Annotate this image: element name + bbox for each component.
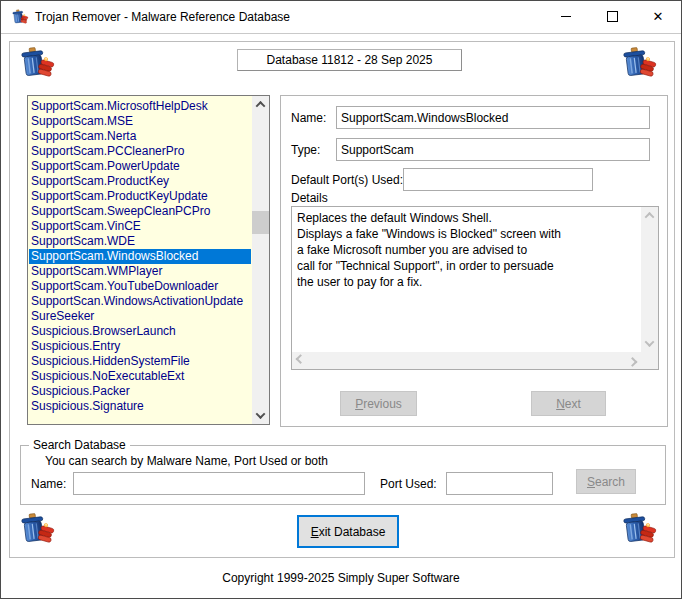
chevron-down-icon bbox=[645, 337, 655, 347]
port-used-field[interactable] bbox=[446, 472, 553, 495]
scroll-thumb[interactable] bbox=[252, 211, 269, 234]
list-item[interactable]: SupportScam.PowerUpdate bbox=[29, 159, 251, 174]
close-button[interactable]: ✕ bbox=[635, 1, 681, 32]
trojan-remover-logo-icon bbox=[18, 46, 56, 80]
scroll-left-button[interactable] bbox=[292, 352, 309, 369]
list-item[interactable]: SupportScam.WindowsBlocked bbox=[29, 249, 251, 264]
malware-listbox[interactable]: SupportScam.MicrosoftHelpDeskSupportScam… bbox=[27, 95, 270, 425]
search-button[interactable]: Search bbox=[576, 469, 636, 494]
scroll-up-button[interactable] bbox=[641, 207, 658, 224]
list-item[interactable]: SupportScam.MicrosoftHelpDesk bbox=[29, 99, 251, 114]
titlebar: Trojan Remover - Malware Reference Datab… bbox=[1, 1, 681, 34]
scroll-down-button[interactable] bbox=[252, 407, 269, 424]
copyright-text: Copyright 1999-2025 Simply Super Softwar… bbox=[1, 571, 681, 585]
port-used-label: Port Used: bbox=[380, 477, 437, 491]
default-ports-field[interactable] bbox=[403, 168, 593, 191]
details-vertical-scrollbar[interactable] bbox=[641, 207, 658, 352]
name-label: Name: bbox=[291, 111, 326, 125]
list-item[interactable]: SupportScam.SweepCleanPCPro bbox=[29, 204, 251, 219]
trojan-remover-logo-icon bbox=[620, 46, 658, 80]
app-window: Trojan Remover - Malware Reference Datab… bbox=[0, 0, 682, 599]
main-panel: Database 11812 - 28 Sep 2025 SupportScam… bbox=[9, 41, 675, 558]
chevron-right-icon bbox=[628, 357, 638, 367]
list-item[interactable]: Suspicious.HiddenSystemFile bbox=[29, 354, 251, 369]
list-item[interactable]: SupportScam.WMPlayer bbox=[29, 264, 251, 279]
list-item[interactable]: SupportScam.Nerta bbox=[29, 129, 251, 144]
close-icon: ✕ bbox=[653, 10, 664, 23]
search-name-field[interactable] bbox=[73, 472, 365, 495]
list-item[interactable]: Suspicious.Entry bbox=[29, 339, 251, 354]
maximize-icon bbox=[607, 11, 618, 22]
list-scrollbar[interactable] bbox=[252, 96, 269, 424]
list-item[interactable]: SupportScan.WindowsActivationUpdate bbox=[29, 294, 251, 309]
next-button[interactable]: Next bbox=[531, 391, 606, 416]
database-version-label: Database 11812 - 28 Sep 2025 bbox=[267, 53, 433, 67]
search-hint: You can search by Malware Name, Port Use… bbox=[45, 454, 328, 468]
malware-list-items: SupportScam.MicrosoftHelpDeskSupportScam… bbox=[29, 97, 251, 423]
record-group: Name: Type: Default Port(s) Used: Detail… bbox=[280, 95, 668, 427]
window-title: Trojan Remover - Malware Reference Datab… bbox=[35, 10, 290, 24]
name-field[interactable] bbox=[336, 106, 650, 129]
list-item[interactable]: SureSeeker bbox=[29, 309, 251, 324]
list-item[interactable]: SupportScam.MSE bbox=[29, 114, 251, 129]
list-item[interactable]: Suspicious.BrowserLaunch bbox=[29, 324, 251, 339]
chevron-down-icon bbox=[256, 409, 266, 419]
scroll-down-button[interactable] bbox=[641, 335, 658, 352]
trojan-remover-logo-icon bbox=[18, 512, 56, 546]
list-item[interactable]: SupportScam.ProductKey bbox=[29, 174, 251, 189]
details-text: Replaces the default Windows Shell. Disp… bbox=[297, 210, 636, 347]
exit-database-button[interactable]: Exit Database bbox=[297, 515, 399, 548]
chevron-up-icon bbox=[256, 101, 266, 111]
list-item[interactable]: SupportScam.VinCE bbox=[29, 219, 251, 234]
details-horizontal-scrollbar[interactable] bbox=[292, 352, 641, 369]
details-label: Details bbox=[291, 191, 328, 205]
minimize-icon bbox=[561, 16, 571, 17]
default-ports-label: Default Port(s) Used: bbox=[291, 173, 403, 187]
list-item[interactable]: SupportScam.YouTubeDownloader bbox=[29, 279, 251, 294]
app-icon bbox=[11, 8, 29, 26]
list-item[interactable]: Suspicious.NoExecutableExt bbox=[29, 369, 251, 384]
type-field[interactable] bbox=[336, 138, 650, 161]
maximize-button[interactable] bbox=[589, 1, 635, 32]
chevron-up-icon bbox=[645, 212, 655, 222]
details-textarea[interactable]: Replaces the default Windows Shell. Disp… bbox=[291, 206, 659, 370]
list-item[interactable]: SupportScam.WDE bbox=[29, 234, 251, 249]
list-item[interactable]: Suspicious.Packer bbox=[29, 384, 251, 399]
scroll-up-button[interactable] bbox=[252, 96, 269, 113]
previous-button[interactable]: Previous bbox=[340, 391, 417, 416]
scroll-right-button[interactable] bbox=[624, 352, 641, 369]
scrollbar-corner bbox=[641, 352, 658, 369]
list-item[interactable]: SupportScam.PCCleanerPro bbox=[29, 144, 251, 159]
search-group-title: Search Database bbox=[29, 438, 130, 452]
list-item[interactable]: SupportScam.ProductKeyUpdate bbox=[29, 189, 251, 204]
database-version-box: Database 11812 - 28 Sep 2025 bbox=[237, 49, 462, 71]
minimize-button[interactable] bbox=[543, 1, 589, 32]
list-item[interactable]: Suspicious.Signature bbox=[29, 399, 251, 414]
chevron-left-icon bbox=[296, 354, 306, 364]
search-name-label: Name: bbox=[31, 477, 66, 491]
type-label: Type: bbox=[291, 143, 320, 157]
search-group: Search Database You can search by Malwar… bbox=[20, 445, 666, 505]
trojan-remover-logo-icon bbox=[620, 512, 658, 546]
caption-buttons: ✕ bbox=[543, 1, 681, 32]
